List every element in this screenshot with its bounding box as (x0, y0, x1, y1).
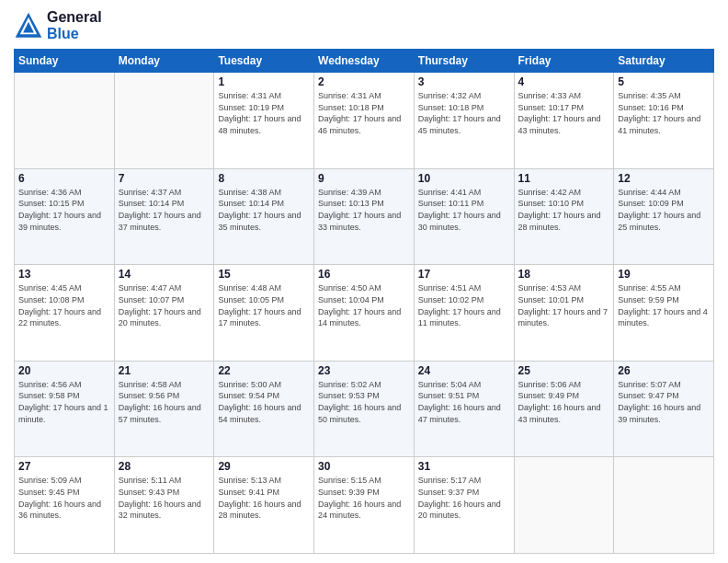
logo-icon (14, 11, 43, 40)
calendar-day-cell: 3Sunrise: 4:32 AM Sunset: 10:18 PM Dayli… (414, 73, 514, 169)
day-number: 30 (318, 460, 410, 473)
weekday-header: Thursday (414, 50, 514, 73)
day-info: Sunrise: 4:45 AM Sunset: 10:08 PM Daylig… (18, 282, 110, 328)
weekday-header: Monday (114, 50, 214, 73)
calendar-day-cell: 6Sunrise: 4:36 AM Sunset: 10:15 PM Dayli… (15, 168, 115, 265)
day-number: 12 (618, 172, 710, 185)
day-info: Sunrise: 4:33 AM Sunset: 10:17 PM Daylig… (518, 90, 610, 136)
calendar-week-row: 13Sunrise: 4:45 AM Sunset: 10:08 PM Dayl… (15, 265, 714, 362)
day-number: 20 (18, 364, 110, 377)
calendar-day-cell: 23Sunrise: 5:02 AM Sunset: 9:53 PM Dayli… (314, 361, 415, 457)
calendar-day-cell: 21Sunrise: 4:58 AM Sunset: 9:56 PM Dayli… (114, 361, 214, 457)
day-info: Sunrise: 4:31 AM Sunset: 10:18 PM Daylig… (318, 90, 410, 136)
day-number: 1 (218, 75, 310, 88)
day-info: Sunrise: 4:41 AM Sunset: 10:11 PM Daylig… (418, 187, 510, 233)
calendar-week-row: 20Sunrise: 4:56 AM Sunset: 9:58 PM Dayli… (15, 361, 714, 457)
calendar-day-cell: 12Sunrise: 4:44 AM Sunset: 10:09 PM Dayl… (614, 168, 714, 265)
weekday-header: Tuesday (214, 50, 314, 73)
day-info: Sunrise: 5:02 AM Sunset: 9:53 PM Dayligh… (318, 379, 410, 425)
calendar-day-cell: 10Sunrise: 4:41 AM Sunset: 10:11 PM Dayl… (414, 168, 514, 265)
day-info: Sunrise: 4:37 AM Sunset: 10:14 PM Daylig… (119, 187, 210, 233)
day-number: 3 (418, 75, 510, 88)
day-info: Sunrise: 4:32 AM Sunset: 10:18 PM Daylig… (418, 90, 510, 136)
weekday-header: Wednesday (314, 50, 415, 73)
calendar-table: SundayMondayTuesdayWednesdayThursdayFrid… (14, 49, 714, 554)
day-number: 27 (18, 460, 110, 473)
day-number: 23 (318, 364, 410, 377)
calendar-day-cell: 7Sunrise: 4:37 AM Sunset: 10:14 PM Dayli… (114, 168, 214, 265)
day-number: 13 (18, 268, 110, 281)
calendar-day-cell (614, 457, 714, 554)
calendar-day-cell: 16Sunrise: 4:50 AM Sunset: 10:04 PM Dayl… (314, 265, 415, 362)
day-info: Sunrise: 4:58 AM Sunset: 9:56 PM Dayligh… (119, 379, 210, 425)
day-info: Sunrise: 5:15 AM Sunset: 9:39 PM Dayligh… (318, 475, 410, 521)
day-info: Sunrise: 4:53 AM Sunset: 10:01 PM Daylig… (518, 282, 610, 328)
calendar-day-cell: 18Sunrise: 4:53 AM Sunset: 10:01 PM Dayl… (514, 265, 614, 362)
day-number: 26 (618, 364, 710, 377)
day-number: 19 (618, 268, 710, 281)
day-info: Sunrise: 5:11 AM Sunset: 9:43 PM Dayligh… (119, 475, 210, 521)
day-number: 24 (418, 364, 510, 377)
day-number: 29 (218, 460, 310, 473)
logo-text: General Blue (47, 9, 102, 41)
calendar-day-cell: 25Sunrise: 5:06 AM Sunset: 9:49 PM Dayli… (514, 361, 614, 457)
calendar-day-cell: 19Sunrise: 4:55 AM Sunset: 9:59 PM Dayli… (614, 265, 714, 362)
day-number: 17 (418, 268, 510, 281)
day-info: Sunrise: 5:06 AM Sunset: 9:49 PM Dayligh… (518, 379, 610, 425)
calendar-day-cell: 15Sunrise: 4:48 AM Sunset: 10:05 PM Dayl… (214, 265, 314, 362)
day-number: 18 (518, 268, 610, 281)
calendar-day-cell: 1Sunrise: 4:31 AM Sunset: 10:19 PM Dayli… (214, 73, 314, 169)
calendar-day-cell: 28Sunrise: 5:11 AM Sunset: 9:43 PM Dayli… (114, 457, 214, 554)
day-info: Sunrise: 5:09 AM Sunset: 9:45 PM Dayligh… (18, 475, 110, 521)
calendar-header-row: SundayMondayTuesdayWednesdayThursdayFrid… (15, 50, 714, 73)
calendar-day-cell: 13Sunrise: 4:45 AM Sunset: 10:08 PM Dayl… (15, 265, 115, 362)
day-info: Sunrise: 4:35 AM Sunset: 10:16 PM Daylig… (618, 90, 710, 136)
calendar-day-cell (15, 73, 115, 169)
day-info: Sunrise: 4:36 AM Sunset: 10:15 PM Daylig… (18, 187, 110, 233)
day-number: 7 (119, 172, 210, 185)
day-info: Sunrise: 4:47 AM Sunset: 10:07 PM Daylig… (119, 282, 210, 328)
day-number: 21 (119, 364, 210, 377)
day-number: 10 (418, 172, 510, 185)
day-number: 8 (218, 172, 310, 185)
day-info: Sunrise: 4:56 AM Sunset: 9:58 PM Dayligh… (18, 379, 110, 425)
day-info: Sunrise: 4:31 AM Sunset: 10:19 PM Daylig… (218, 90, 310, 136)
day-number: 11 (518, 172, 610, 185)
day-info: Sunrise: 5:17 AM Sunset: 9:37 PM Dayligh… (418, 475, 510, 521)
day-info: Sunrise: 4:39 AM Sunset: 10:13 PM Daylig… (318, 187, 410, 233)
calendar-day-cell: 24Sunrise: 5:04 AM Sunset: 9:51 PM Dayli… (414, 361, 514, 457)
day-info: Sunrise: 4:48 AM Sunset: 10:05 PM Daylig… (218, 282, 310, 328)
calendar-day-cell: 22Sunrise: 5:00 AM Sunset: 9:54 PM Dayli… (214, 361, 314, 457)
day-info: Sunrise: 5:04 AM Sunset: 9:51 PM Dayligh… (418, 379, 510, 425)
weekday-header: Friday (514, 50, 614, 73)
day-number: 2 (318, 75, 410, 88)
calendar-day-cell: 17Sunrise: 4:51 AM Sunset: 10:02 PM Dayl… (414, 265, 514, 362)
calendar-week-row: 1Sunrise: 4:31 AM Sunset: 10:19 PM Dayli… (15, 73, 714, 169)
calendar-week-row: 6Sunrise: 4:36 AM Sunset: 10:15 PM Dayli… (15, 168, 714, 265)
calendar-day-cell: 5Sunrise: 4:35 AM Sunset: 10:16 PM Dayli… (614, 73, 714, 169)
calendar-day-cell: 8Sunrise: 4:38 AM Sunset: 10:14 PM Dayli… (214, 168, 314, 265)
day-number: 9 (318, 172, 410, 185)
calendar-day-cell: 11Sunrise: 4:42 AM Sunset: 10:10 PM Dayl… (514, 168, 614, 265)
day-number: 16 (318, 268, 410, 281)
day-number: 4 (518, 75, 610, 88)
calendar-day-cell: 20Sunrise: 4:56 AM Sunset: 9:58 PM Dayli… (15, 361, 115, 457)
day-number: 14 (119, 268, 210, 281)
calendar-day-cell: 29Sunrise: 5:13 AM Sunset: 9:41 PM Dayli… (214, 457, 314, 554)
day-number: 5 (618, 75, 710, 88)
day-number: 15 (218, 268, 310, 281)
calendar-day-cell: 27Sunrise: 5:09 AM Sunset: 9:45 PM Dayli… (15, 457, 115, 554)
day-number: 25 (518, 364, 610, 377)
day-info: Sunrise: 5:00 AM Sunset: 9:54 PM Dayligh… (218, 379, 310, 425)
day-info: Sunrise: 5:13 AM Sunset: 9:41 PM Dayligh… (218, 475, 310, 521)
day-info: Sunrise: 4:51 AM Sunset: 10:02 PM Daylig… (418, 282, 510, 328)
day-info: Sunrise: 4:42 AM Sunset: 10:10 PM Daylig… (518, 187, 610, 233)
header: General Blue (14, 9, 714, 41)
day-number: 22 (218, 364, 310, 377)
day-number: 28 (119, 460, 210, 473)
day-info: Sunrise: 4:38 AM Sunset: 10:14 PM Daylig… (218, 187, 310, 233)
calendar-day-cell: 2Sunrise: 4:31 AM Sunset: 10:18 PM Dayli… (314, 73, 415, 169)
calendar-day-cell: 4Sunrise: 4:33 AM Sunset: 10:17 PM Dayli… (514, 73, 614, 169)
day-info: Sunrise: 4:55 AM Sunset: 9:59 PM Dayligh… (618, 282, 710, 328)
day-info: Sunrise: 4:50 AM Sunset: 10:04 PM Daylig… (318, 282, 410, 328)
